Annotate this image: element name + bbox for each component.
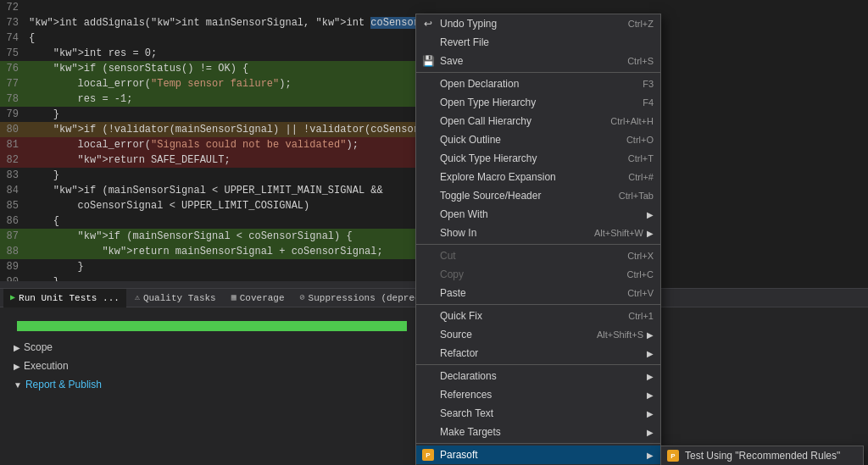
section-arrow: ▶ — [14, 343, 20, 352]
menu-separator — [416, 72, 660, 73]
menu-item-shortcut: Ctrl+S — [627, 56, 654, 66]
menu-item-icon-save: 💾 — [421, 54, 435, 68]
menu-item-references[interactable]: References▶ — [416, 385, 660, 404]
menu-item-explore-macro[interactable]: Explore Macro ExpansionCtrl+# — [416, 168, 660, 186]
line-number: 87 — [0, 229, 25, 244]
coverage-icon: ⊘ — [300, 289, 305, 307]
line-number: 89 — [0, 259, 25, 274]
menu-item-shortcut: Ctrl+V — [627, 288, 654, 298]
menu-item-label: Search Text — [440, 407, 493, 419]
menu-item-label: Open With — [440, 208, 488, 220]
menu-item-open-call[interactable]: Open Call HierarchyCtrl+Alt+H — [416, 112, 660, 130]
menu-item-shortcut: Ctrl+X — [627, 251, 654, 261]
editor-line-73: 73"kw">int addSignals("kw">int mainSenso… — [0, 15, 415, 30]
menu-item-parasoft[interactable]: PParasoft▶PTest Using "Recommended Rules… — [416, 446, 660, 464]
menu-item-refactor[interactable]: Refactor▶ — [416, 344, 660, 363]
section-label: Report & Publish — [25, 379, 102, 390]
progress-fill — [17, 321, 407, 331]
menu-item-label: Open Declaration — [440, 78, 519, 90]
submenu-item-icon: P — [666, 449, 680, 462]
line-number: 88 — [0, 244, 25, 259]
menu-item-label: Copy — [440, 268, 464, 280]
editor-line-78: 78 res = -1; — [0, 91, 415, 107]
panel-tab-run-unit-tests-...[interactable]: ▶Run Unit Tests ... — [3, 289, 126, 307]
editor-line-80: 80 "kw">if (!validator(mainSensorSignal)… — [0, 122, 415, 137]
editor-line-81: 81 local_error("Signals could not be val… — [0, 137, 415, 152]
menu-item-search-text[interactable]: Search Text▶ — [416, 404, 660, 423]
line-content: coSensorSignal < UPPER_LIMIT_COSIGNAL) — [25, 198, 415, 213]
editor-line-82: 82 "kw">return SAFE_DEFAULT; — [0, 152, 415, 168]
menu-item-label: Explore Macro Expansion — [440, 171, 556, 183]
menu-item-show-in[interactable]: Show InAlt+Shift+W▶ — [416, 224, 660, 242]
line-content: "kw">return SAFE_DEFAULT; — [25, 152, 415, 168]
editor-line-87: 87 "kw">if (mainSensorSignal < coSensorS… — [0, 229, 415, 244]
line-number: 83 — [0, 168, 25, 183]
menu-item-shortcut: Ctrl+Z — [628, 19, 654, 29]
panel-tab-label: Run Unit Tests ... — [19, 289, 120, 307]
menu-separator — [416, 443, 660, 444]
line-number: 77 — [0, 76, 25, 91]
menu-item-make-targets[interactable]: Make Targets▶ — [416, 423, 660, 441]
line-number: 84 — [0, 183, 25, 198]
submenu-arrow: ▶ — [647, 390, 654, 400]
menu-item-label: Open Call Hierarchy — [440, 115, 531, 127]
menu-item-label: Quick Type Hierarchy — [440, 152, 537, 164]
submenu-arrow: ▶ — [647, 372, 654, 381]
editor-scrollbar[interactable] — [0, 281, 415, 288]
editor-line-77: 77 local_error("Temp sensor failure"); — [0, 76, 415, 91]
menu-item-undo[interactable]: ↩Undo TypingCtrl+Z — [416, 14, 660, 33]
editor-line-76: 76 "kw">if (sensorStatus() != OK) { — [0, 61, 415, 76]
warning-icon: ⚠ — [135, 289, 140, 307]
line-content: "kw">int res = 0; — [25, 46, 415, 61]
menu-item-shortcut: Ctrl+Tab — [619, 191, 654, 201]
editor-line-83: 83 } — [0, 168, 415, 183]
editor-line-79: 79 } — [0, 107, 415, 122]
menu-item-open-type[interactable]: Open Type HierarchyF4 — [416, 93, 660, 112]
menu-item-label: Show In — [440, 227, 476, 239]
panel-tab-label: Quality Tasks — [143, 289, 216, 307]
menu-item-open-decl[interactable]: Open DeclarationF3 — [416, 75, 660, 93]
line-content: local_error("Signals could not be valida… — [25, 137, 415, 152]
line-content: { — [25, 213, 415, 229]
menu-item-open-with[interactable]: Open With▶ — [416, 205, 660, 224]
editor-line-86: 86 { — [0, 213, 415, 229]
line-number: 86 — [0, 213, 25, 229]
section-label: Execution — [24, 360, 69, 372]
line-content: "kw">return mainSensorSignal + coSensorS… — [25, 244, 415, 259]
line-number: 75 — [0, 46, 25, 61]
menu-item-label: Declarations — [440, 370, 497, 382]
menu-item-label: Open Type Hierarchy — [440, 97, 536, 108]
menu-item-declarations[interactable]: Declarations▶ — [416, 367, 660, 385]
editor-line-72: 72 — [0, 0, 415, 15]
line-number: 82 — [0, 152, 25, 168]
line-content: } — [25, 168, 415, 183]
menu-item-label: Revert File — [440, 36, 489, 48]
line-content: } — [25, 107, 415, 122]
panel-tab-quality-tasks[interactable]: ⚠Quality Tasks — [128, 289, 223, 307]
menu-item-save[interactable]: 💾SaveCtrl+S — [416, 52, 660, 70]
submenu-item-test-recommended[interactable]: PTest Using "Recommended Rules" — [661, 446, 863, 465]
menu-item-quick-fix[interactable]: Quick FixCtrl+1 — [416, 307, 660, 325]
menu-item-paste[interactable]: PasteCtrl+V — [416, 284, 660, 302]
menu-item-label: Cut — [440, 250, 456, 262]
line-content: "kw">if (mainSensorSignal < coSensorSign… — [25, 229, 415, 244]
section-arrow: ▶ — [14, 362, 20, 371]
panel-tab-coverage[interactable]: ▦Coverage — [225, 289, 292, 307]
menu-item-toggle-source[interactable]: Toggle Source/HeaderCtrl+Tab — [416, 186, 660, 205]
editor-line-88: 88 "kw">return mainSensorSignal + coSens… — [0, 244, 415, 259]
line-content: "kw">if (!validator(mainSensorSignal) ||… — [25, 122, 415, 137]
line-number: 79 — [0, 107, 25, 122]
menu-item-label: Refactor — [440, 347, 478, 359]
menu-item-revert[interactable]: Revert File — [416, 33, 660, 52]
code-editor: 7273"kw">int addSignals("kw">int mainSen… — [0, 0, 415, 288]
menu-separator — [416, 364, 660, 365]
menu-item-label: Quick Fix — [440, 310, 482, 322]
line-number: 80 — [0, 122, 25, 137]
menu-item-quick-outline[interactable]: Quick OutlineCtrl+O — [416, 130, 660, 149]
menu-item-label: Make Targets — [440, 426, 501, 438]
menu-separator — [416, 304, 660, 305]
submenu-arrow: ▶ — [647, 409, 654, 418]
submenu-item-label: Test Using "Recommended Rules" — [685, 450, 840, 462]
menu-item-quick-type[interactable]: Quick Type HierarchyCtrl+T — [416, 149, 660, 168]
menu-item-source[interactable]: SourceAlt+Shift+S▶ — [416, 325, 660, 344]
